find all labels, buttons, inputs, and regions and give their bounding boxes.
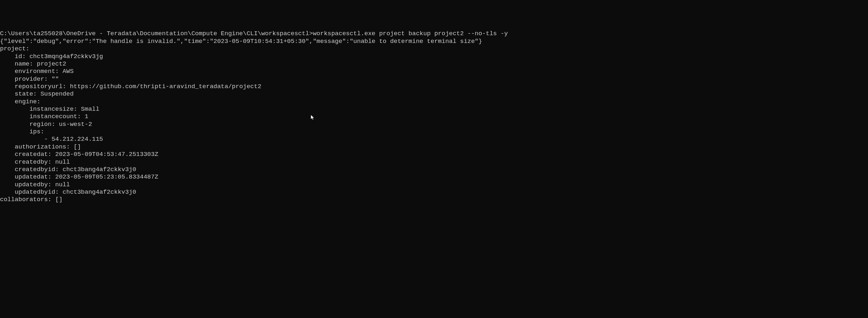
provider-label: provider: — [0, 75, 52, 83]
authorizations-label: authorizations: — [0, 144, 73, 151]
ips-item-value: 54.212.224.115 — [52, 136, 103, 143]
state-value: Suspended — [40, 90, 73, 97]
environment-label: environment: — [0, 68, 63, 75]
terminal-output[interactable]: C:\Users\ta255028\OneDrive - Teradata\Do… — [0, 30, 868, 203]
createdby-value: null — [55, 159, 70, 166]
name-value: project2 — [37, 60, 66, 67]
project-header: project: — [0, 45, 29, 52]
ips-header: ips: — [0, 128, 44, 135]
updatedat-value: 2023-05-09T05:23:05.8334487Z — [55, 173, 158, 181]
instancesize-value: Small — [81, 105, 99, 113]
collaborators-label: collaborators: — [0, 196, 55, 203]
prompt-path: C:\Users\ta255028\OneDrive - Teradata\Do… — [0, 30, 313, 37]
updatedbyid-value: chct3bang4af2ckkv3j0 — [63, 189, 136, 196]
createdbyid-value: chct3bang4af2ckkv3j0 — [63, 166, 136, 173]
authorizations-value: [] — [73, 144, 81, 151]
provider-value: "" — [52, 75, 59, 83]
createdat-value: 2023-05-09T04:53:47.2513303Z — [55, 151, 158, 158]
updatedby-value: null — [55, 181, 70, 188]
id-label: id: — [0, 53, 29, 60]
instancesize-label: instancesize: — [0, 105, 81, 113]
repositoryurl-value: https://github.com/thripti-aravind_terad… — [70, 83, 261, 90]
id-value: chct3mqng4af2ckkv3jg — [29, 53, 103, 60]
updatedby-label: updatedby: — [0, 181, 55, 188]
ips-item-prefix: - — [0, 136, 52, 143]
createdat-label: createdat: — [0, 151, 55, 158]
updatedbyid-label: updatedbyid: — [0, 189, 63, 196]
command-text: workspacesctl.exe project backup project… — [313, 30, 508, 37]
engine-header: engine: — [0, 98, 40, 105]
region-label: region: — [0, 121, 59, 128]
updatedat-label: updatedat: — [0, 173, 55, 181]
createdbyid-label: createdbyid: — [0, 166, 63, 173]
environment-value: AWS — [63, 68, 73, 75]
region-value: us-west-2 — [59, 121, 92, 128]
debug-line: {"level":"debug","error":"The handle is … — [0, 38, 482, 45]
state-label: state: — [0, 90, 40, 97]
name-label: name: — [0, 60, 37, 67]
instancecount-value: 1 — [85, 113, 88, 120]
instancecount-label: instancecount: — [0, 113, 85, 120]
collaborators-value: [] — [55, 196, 63, 203]
repositoryurl-label: repositoryurl: — [0, 83, 70, 90]
createdby-label: createdby: — [0, 159, 55, 166]
